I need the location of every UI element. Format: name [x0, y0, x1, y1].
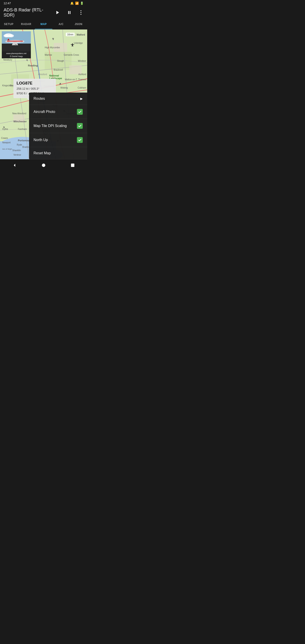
photo-credit: www.planespotters.net © Daniel Nagy [2, 52, 31, 58]
notification-icon: 🔔 [70, 2, 74, 5]
status-time: 12:47 [4, 2, 11, 5]
context-menu: Routes ▶ Aircraft Photo Map Tile DPI Sca… [29, 92, 87, 159]
back-button[interactable] [10, 160, 20, 170]
map-tile-dpi-checkbox[interactable] [77, 123, 83, 129]
svg-marker-0 [56, 11, 59, 14]
app-title: ADS-B Radar (RTL-SDR) [4, 8, 50, 18]
aircraft-photo-checkbox[interactable] [77, 109, 83, 115]
menu-item-routes[interactable]: Routes ▶ [29, 92, 87, 105]
svg-rect-12 [54, 43, 67, 52]
svg-rect-14 [69, 65, 82, 74]
aircraft-photo-panel: www.planespotters.net © Daniel Nagy [2, 31, 31, 58]
tab-ac[interactable]: A/C [52, 19, 70, 29]
map-scale: 16nm [66, 33, 75, 36]
north-up-checkbox[interactable] [77, 137, 83, 143]
recents-button[interactable] [68, 160, 78, 170]
svg-point-32 [8, 34, 14, 37]
map-area[interactable]: Watlington Watford Abingdon High Wycombe… [0, 30, 87, 159]
status-icons: 🔔 📶 🔋 [70, 2, 84, 5]
svg-rect-35 [71, 164, 74, 167]
status-bar: 12:47 🔔 📶 🔋 [0, 0, 87, 6]
tab-map[interactable]: MAP [35, 19, 52, 29]
submenu-chevron-icon: ▶ [80, 97, 83, 100]
aircraft-icon-1[interactable] [70, 42, 75, 48]
tab-json[interactable]: JSON [70, 19, 87, 29]
tab-radar[interactable]: RADAR [18, 19, 35, 29]
menu-item-map-tile-dpi[interactable]: Map Tile DPI Scaling [29, 119, 87, 133]
svg-rect-29 [7, 41, 23, 42]
app-bar: ADS-B Radar (RTL-SDR) [0, 6, 87, 19]
battery-icon: 🔋 [80, 2, 84, 5]
more-menu-button[interactable] [76, 8, 86, 17]
svg-point-5 [80, 14, 82, 15]
svg-point-31 [4, 34, 9, 37]
menu-item-north-up[interactable]: North Up [29, 133, 87, 147]
svg-point-3 [80, 10, 82, 11]
svg-rect-16 [14, 114, 24, 122]
svg-point-4 [80, 12, 82, 13]
svg-rect-1 [68, 11, 69, 14]
svg-rect-2 [70, 11, 70, 14]
menu-item-reset-map[interactable]: Reset Map [29, 147, 87, 159]
home-button[interactable] [39, 160, 48, 170]
aircraft-icon-2[interactable] [51, 37, 55, 42]
play-button[interactable] [53, 8, 62, 17]
bottom-nav [0, 159, 87, 171]
svg-point-28 [15, 44, 16, 46]
popup-speed: 258.12 kt / 005.3° [16, 86, 53, 91]
aircraft-photo-image [2, 31, 31, 52]
pause-button[interactable] [65, 8, 74, 17]
tab-bar: SETUP RADAR MAP A/C JSON [0, 19, 87, 30]
menu-item-aircraft-photo[interactable]: Aircraft Photo [29, 105, 87, 119]
popup-callsign: LOG87E [16, 81, 53, 86]
svg-point-34 [42, 164, 46, 167]
wifi-icon: 📶 [75, 2, 79, 5]
tab-setup[interactable]: SETUP [0, 19, 18, 29]
svg-marker-33 [14, 164, 16, 166]
